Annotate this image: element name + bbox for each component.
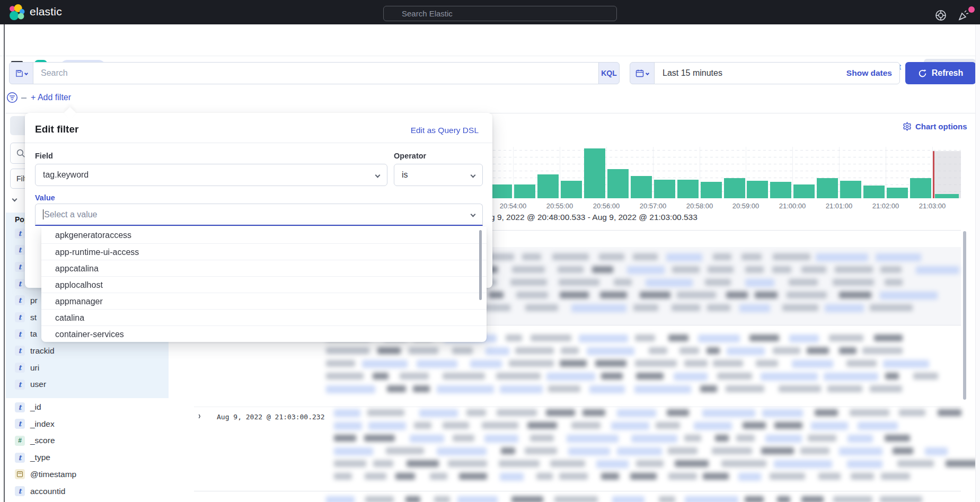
scrollbar-thumb[interactable] [963, 231, 966, 400]
histogram-bar[interactable] [607, 169, 629, 198]
histogram-bar[interactable] [817, 178, 838, 198]
sidebar-field-user[interactable]: tuser [15, 376, 46, 392]
histogram-bar[interactable] [724, 178, 745, 198]
sidebar-field-label: ta [30, 329, 37, 339]
sidebar-field-@timestamp[interactable]: @timestamp [15, 466, 76, 482]
histogram-bar[interactable] [677, 180, 699, 198]
edit-as-query-dsl-link[interactable]: Edit as Query DSL [411, 126, 479, 135]
sidebar-field-label: st [30, 313, 37, 322]
current-bucket-bar [935, 194, 959, 198]
document-timestamp: Aug 9, 2022 @ 21:03:00.232 [217, 413, 325, 421]
chart-options-label: Chart options [915, 122, 967, 131]
histogram-bar[interactable] [793, 184, 815, 198]
string-type-icon: t [15, 402, 25, 412]
filter-group-icon[interactable] [6, 92, 18, 103]
string-type-icon: t [15, 329, 25, 339]
time-range-value[interactable]: Last 15 minutes [663, 68, 722, 78]
window-edge [4, 24, 5, 502]
value-option-app-runtime-ui-access[interactable]: app-runtime-ui-access [41, 243, 487, 260]
divider [194, 491, 961, 491]
app-toolbar: D Discover ✓ OptionsNewOpenShareInspect … [0, 24, 980, 56]
operator-select[interactable]: is [394, 164, 483, 186]
date-picker-menu-button[interactable] [630, 62, 655, 84]
sidebar-field-label: @timestamp [30, 470, 76, 479]
value-option-apkgeneratoraccess[interactable]: apkgeneratoraccess [41, 227, 487, 243]
string-type-icon: t [15, 419, 25, 429]
string-type-icon: t [15, 228, 25, 239]
gear-icon [903, 122, 912, 131]
x-axis-tick-label: 21:02:00 [872, 202, 899, 210]
refresh-button-label: Refresh [932, 68, 964, 78]
histogram-bar[interactable] [514, 184, 535, 198]
string-type-icon: t [15, 346, 25, 356]
newsfeed-icon[interactable] [957, 9, 970, 22]
sidebar-field-st[interactable]: tst [15, 310, 37, 325]
saved-query-icon [15, 69, 23, 77]
histogram-bar[interactable] [631, 176, 652, 198]
value-combobox[interactable]: Select a value [35, 204, 483, 226]
add-filter-button[interactable]: + Add filter [31, 93, 71, 102]
x-axis-tick-label: 20:58:00 [686, 202, 713, 210]
query-language-button[interactable]: KQL [598, 62, 620, 84]
calendar-type-icon [15, 469, 25, 479]
value-options-listbox: apkgeneratoraccessapp-runtime-ui-accessa… [41, 227, 487, 342]
histogram-bar[interactable] [654, 180, 675, 198]
histogram-bar[interactable] [887, 188, 908, 198]
string-type-icon: t [15, 453, 25, 463]
histogram-bar[interactable] [491, 184, 512, 198]
field-label: Field [35, 152, 53, 160]
x-axis-tick-label: 20:59:00 [732, 202, 760, 210]
help-icon[interactable] [935, 10, 947, 21]
chart-options-button[interactable]: Chart options [903, 122, 967, 131]
sidebar-field-_type[interactable]: t_type [15, 450, 50, 465]
sidebar-field-label: trackid [30, 346, 55, 356]
field-select[interactable]: tag.keyword [35, 164, 387, 186]
divider [21, 98, 27, 99]
string-type-icon: t [15, 279, 25, 289]
show-dates-button[interactable]: Show dates [846, 68, 892, 78]
sidebar-field-_score[interactable]: #_score [15, 433, 55, 448]
string-type-icon: t [15, 363, 25, 373]
sidebar-field-accountid[interactable]: taccountid [15, 483, 65, 499]
sidebar-field-_index[interactable]: t_index [15, 416, 55, 432]
global-search-input[interactable] [383, 6, 617, 21]
sidebar-field-pr[interactable]: tpr [15, 293, 38, 309]
refresh-button[interactable]: Refresh [905, 62, 976, 84]
histogram-bar[interactable] [561, 181, 582, 198]
x-axis-tick-label: 21:01:00 [826, 202, 853, 210]
value-label: Value [35, 193, 55, 202]
elastic-logo-icon[interactable] [9, 4, 25, 20]
popover-title: Edit filter [35, 124, 78, 135]
sidebar-field-_id[interactable]: t_id [15, 399, 41, 415]
operator-select-value: is [402, 170, 408, 180]
value-option-container-services[interactable]: container-services [41, 325, 487, 342]
histogram-bar[interactable] [584, 148, 605, 198]
brand-name: elastic [30, 5, 62, 18]
query-search-input[interactable] [33, 62, 599, 84]
histogram-bar[interactable] [910, 178, 931, 198]
notification-dot [968, 6, 975, 13]
value-option-applocalhost[interactable]: applocalhost [41, 276, 487, 293]
x-axis-tick-label: 20:54:00 [500, 202, 527, 210]
histogram-bar[interactable] [863, 186, 885, 198]
time-range-control[interactable]: Last 15 minutes Show dates [654, 62, 900, 84]
scrollbar-thumb[interactable] [479, 230, 482, 300]
histogram-bar[interactable] [701, 182, 722, 198]
value-option-appmanager[interactable]: appmanager [41, 293, 487, 309]
kibana-discover-page: elastic D Discover ✓ OptionsNewOpenShare… [0, 0, 980, 502]
sidebar-field-trackid[interactable]: ttrackid [15, 343, 55, 359]
value-option-catalina[interactable]: catalina [41, 309, 487, 325]
x-axis-tick-label: 20:57:00 [640, 202, 667, 210]
histogram-bar[interactable] [840, 181, 861, 198]
sidebar-field-uri[interactable]: turi [15, 360, 39, 376]
current-bucket-shade [934, 151, 961, 198]
saved-query-menu-button[interactable] [9, 62, 33, 84]
value-option-appcatalina[interactable]: appcatalina [41, 260, 487, 276]
histogram-bar[interactable] [747, 181, 768, 198]
expand-row-chevron-icon[interactable]: › [198, 410, 201, 421]
histogram-bar[interactable] [770, 182, 791, 198]
sidebar-field-ta[interactable]: tta [15, 326, 37, 342]
chevron-down-icon[interactable] [12, 197, 17, 202]
histogram-bar[interactable] [537, 174, 559, 198]
browser-scrollbar-track[interactable] [975, 24, 980, 502]
